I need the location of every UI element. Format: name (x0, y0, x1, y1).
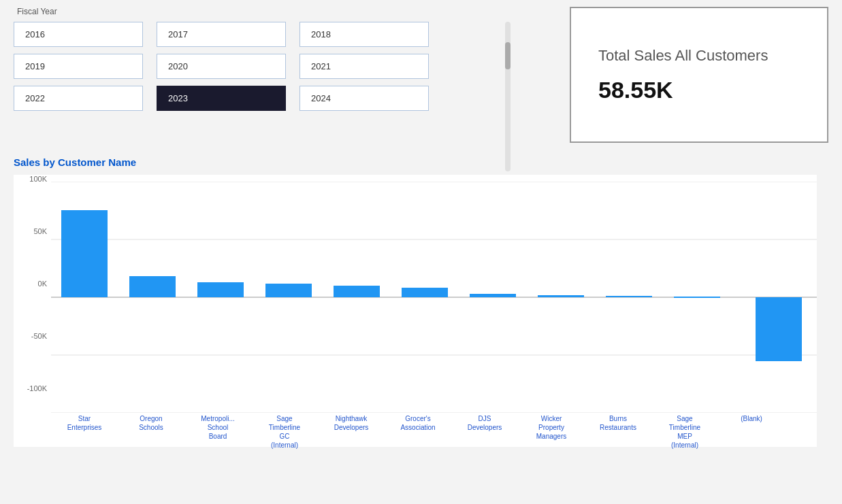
y-label-neg100k: -100K (27, 384, 47, 392)
bar-star-enterprises[interactable] (61, 210, 108, 297)
bar-sage-mep[interactable] (674, 297, 720, 298)
x-label-djs: DJSDevelopers (451, 414, 518, 469)
year-btn-2018[interactable]: 2018 (299, 22, 429, 47)
total-sales-value: 58.55K (598, 77, 800, 103)
x-label-oregon: OregonSchools (118, 414, 184, 469)
year-btn-2024[interactable]: 2024 (299, 86, 429, 111)
chart-svg (51, 182, 817, 413)
bar-burns[interactable] (606, 296, 652, 297)
bar-oregon-schools[interactable] (129, 276, 176, 297)
x-label-star: StarEnterprises (51, 414, 118, 469)
year-btn-2017[interactable]: 2017 (157, 22, 286, 47)
bar-grocers[interactable] (402, 288, 448, 297)
y-label-neg50k: -50K (31, 332, 47, 340)
chart-section: Sales by Customer Name 100K 50K 0K -50K … (0, 156, 842, 447)
x-label-grocers: Grocer'sAssociation (385, 414, 451, 469)
scrollbar-thumb[interactable] (505, 42, 511, 69)
total-sales-card: Total Sales All Customers 58.55K (570, 7, 828, 143)
year-grid: 201620172018201920202021202220232024 (14, 22, 490, 111)
year-btn-2019[interactable]: 2019 (14, 54, 143, 79)
fiscal-year-label: Fiscal Year (17, 7, 490, 16)
chart-wrapper: 100K 50K 0K -50K -100K (14, 175, 817, 447)
bar-nighthawk[interactable] (334, 286, 380, 297)
x-label-wicker: WickerPropertyManagers (518, 414, 585, 469)
x-label-burns: BurnsRestaurants (585, 414, 651, 469)
year-btn-2021[interactable]: 2021 (299, 54, 429, 79)
x-label-sage-mep: SageTimberlineMEP(Internal) (651, 414, 718, 469)
bar-blank[interactable] (756, 297, 802, 361)
year-btn-2020[interactable]: 2020 (157, 54, 286, 79)
x-axis-labels: StarEnterprises OregonSchools Metropoli.… (51, 414, 817, 469)
y-label-100k: 100K (29, 175, 47, 183)
x-label-blank: (Blank) (718, 414, 785, 469)
right-panel: Total Sales All Customers 58.55K (504, 7, 828, 143)
scrollbar-track (505, 22, 511, 171)
y-label-0k: 0K (38, 280, 47, 288)
y-label-50k: 50K (33, 227, 47, 235)
x-label-nighthawk: NighthawkDevelopers (318, 414, 385, 469)
y-axis: 100K 50K 0K -50K -100K (14, 175, 51, 392)
x-label-sage-gc: SageTimberlineGC(Internal) (251, 414, 318, 469)
bar-djs[interactable] (470, 294, 516, 297)
bar-metropolitan-school[interactable] (197, 282, 244, 297)
bar-sage-timberline-gc[interactable] (265, 284, 312, 297)
year-btn-2022[interactable]: 2022 (14, 86, 143, 111)
chart-title: Sales by Customer Name (14, 156, 828, 168)
main-container: Fiscal Year 2016201720182019202020212022… (0, 0, 842, 150)
year-btn-2016[interactable]: 2016 (14, 22, 143, 47)
bar-wicker[interactable] (538, 295, 584, 297)
year-btn-2023[interactable]: 2023 (157, 86, 286, 111)
left-panel: Fiscal Year 2016201720182019202020212022… (14, 7, 490, 143)
x-label-metropolitan: Metropoli...SchoolBoard (184, 414, 251, 469)
total-sales-title: Total Sales All Customers (598, 47, 800, 65)
